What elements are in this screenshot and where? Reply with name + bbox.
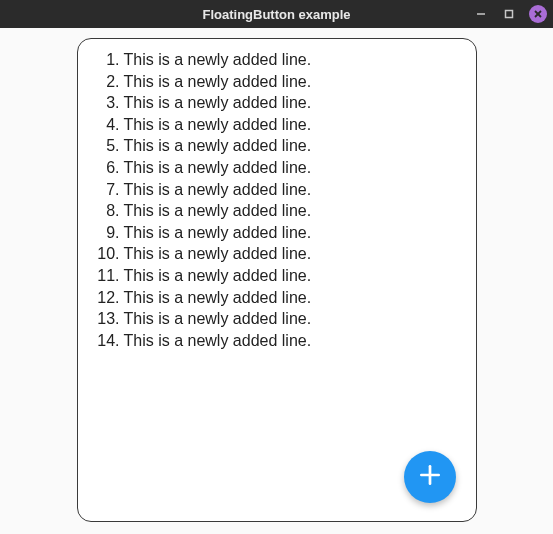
line-number: 5. — [92, 135, 120, 157]
line-text: This is a newly added line. — [124, 71, 312, 93]
line-number: 12. — [92, 287, 120, 309]
line-text: This is a newly added line. — [124, 200, 312, 222]
line-text: This is a newly added line. — [124, 287, 312, 309]
line-text: This is a newly added line. — [124, 179, 312, 201]
list-item: 11. This is a newly added line. — [92, 265, 462, 287]
list-item: 5. This is a newly added line. — [92, 135, 462, 157]
line-text: This is a newly added line. — [124, 243, 312, 265]
line-text: This is a newly added line. — [124, 135, 312, 157]
svg-rect-1 — [506, 11, 513, 18]
line-number: 3. — [92, 92, 120, 114]
line-number: 9. — [92, 222, 120, 244]
line-number: 10. — [92, 243, 120, 265]
list-item: 10. This is a newly added line. — [92, 243, 462, 265]
line-number: 6. — [92, 157, 120, 179]
line-text: This is a newly added line. — [124, 114, 312, 136]
line-text: This is a newly added line. — [124, 222, 312, 244]
line-number: 8. — [92, 200, 120, 222]
line-text: This is a newly added line. — [124, 157, 312, 179]
window-title: FloatingButton example — [202, 7, 350, 22]
list-item: 13. This is a newly added line. — [92, 308, 462, 330]
line-number: 13. — [92, 308, 120, 330]
list-item: 4. This is a newly added line. — [92, 114, 462, 136]
close-button[interactable] — [529, 5, 547, 23]
lines-list: 1. This is a newly added line.2. This is… — [92, 49, 462, 351]
list-item: 6. This is a newly added line. — [92, 157, 462, 179]
minimize-button[interactable] — [473, 6, 489, 22]
window-controls — [473, 0, 547, 28]
list-item: 7. This is a newly added line. — [92, 179, 462, 201]
line-number: 1. — [92, 49, 120, 71]
list-item: 2. This is a newly added line. — [92, 71, 462, 93]
line-text: This is a newly added line. — [124, 92, 312, 114]
line-number: 14. — [92, 330, 120, 352]
app-body: 1. This is a newly added line.2. This is… — [0, 28, 553, 534]
line-text: This is a newly added line. — [124, 49, 312, 71]
list-item: 8. This is a newly added line. — [92, 200, 462, 222]
plus-icon — [417, 462, 443, 492]
maximize-button[interactable] — [501, 6, 517, 22]
line-text: This is a newly added line. — [124, 330, 312, 352]
list-item: 9. This is a newly added line. — [92, 222, 462, 244]
list-item: 14. This is a newly added line. — [92, 330, 462, 352]
line-text: This is a newly added line. — [124, 308, 312, 330]
line-number: 7. — [92, 179, 120, 201]
content-card: 1. This is a newly added line.2. This is… — [77, 38, 477, 522]
list-item: 12. This is a newly added line. — [92, 287, 462, 309]
list-item: 3. This is a newly added line. — [92, 92, 462, 114]
line-number: 4. — [92, 114, 120, 136]
titlebar: FloatingButton example — [0, 0, 553, 28]
line-number: 2. — [92, 71, 120, 93]
line-number: 11. — [92, 265, 120, 287]
line-text: This is a newly added line. — [124, 265, 312, 287]
list-item: 1. This is a newly added line. — [92, 49, 462, 71]
floating-action-button[interactable] — [404, 451, 456, 503]
